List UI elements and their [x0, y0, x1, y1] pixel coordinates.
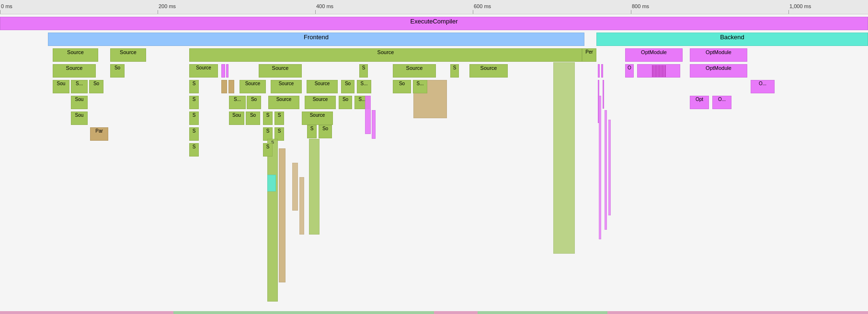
so-block-r4-1[interactable]: So [89, 80, 103, 93]
s-block-r5[interactable]: S [189, 96, 199, 109]
source-block-r4-2[interactable]: Source [271, 80, 302, 93]
opt-o-dot-block[interactable]: O... [751, 80, 775, 93]
ruler-label-400: 400 ms [315, 3, 333, 10]
s-block-r4-1[interactable]: S [189, 80, 199, 93]
o-block-r3[interactable]: O [625, 64, 634, 78]
sdot-block-r4-3[interactable]: S... [413, 80, 427, 93]
ruler-label-600: 600 ms [473, 3, 491, 10]
tan-strip-deep[interactable] [279, 148, 286, 282]
ruler-label-200: 200 ms [158, 3, 176, 10]
pink-right-deep-1[interactable] [599, 96, 601, 239]
s-block-r3-2[interactable]: S [450, 64, 459, 78]
s-block-r7-1[interactable]: S [189, 127, 199, 141]
timeline-container: 0 ms 200 ms 400 ms 600 ms 800 ms 1,000 m… [0, 0, 868, 314]
sdot-block-r5-1[interactable]: S... [229, 96, 246, 109]
ruler-tick-400: 400 ms [315, 3, 333, 14]
source-block-r4-1[interactable]: Source [240, 80, 266, 93]
pink-mid-2[interactable] [372, 110, 376, 139]
optmodule-block-2[interactable]: OptModule [690, 48, 747, 62]
ruler-tick-1000: 1,000 ms [788, 3, 811, 14]
so-block-r6[interactable]: So [246, 112, 260, 125]
sou-block-r5[interactable]: Sou [71, 96, 88, 109]
sdot-block-r4-1[interactable]: S... [71, 80, 88, 93]
tan-small-2[interactable] [299, 177, 304, 235]
ruler-label-0: 0 ms [0, 3, 12, 10]
pink-right-deep-3[interactable] [608, 120, 611, 215]
s-block-r8-2[interactable]: S [263, 143, 273, 157]
pink-thin-r3[interactable] [637, 64, 680, 78]
so-block-r6-2[interactable]: So [319, 125, 332, 138]
source-block-r3-2[interactable]: Source [189, 64, 218, 78]
ruler-label-800: 800 ms [631, 3, 649, 10]
so-block-r4-2[interactable]: So [341, 80, 354, 93]
pink-strip-r4-2[interactable] [603, 80, 604, 109]
deep-source-2[interactable] [309, 139, 320, 235]
so-block-r3-1[interactable]: So [110, 64, 125, 78]
o-dot-block-r5[interactable]: O... [712, 96, 731, 109]
ruler-tick-600: 600 ms [473, 3, 491, 14]
tan-block-r4-1[interactable] [221, 80, 227, 93]
source-block-r4-3[interactable]: Source [307, 80, 338, 93]
ruler-tick-800: 800 ms [631, 3, 649, 14]
sou-block-r4-1[interactable]: Sou [53, 80, 69, 93]
sou-block-r6-2[interactable]: Sou [229, 112, 244, 125]
sdot-block-r4-2[interactable]: S... [357, 80, 371, 93]
pink-block-r3-r2[interactable] [601, 64, 603, 78]
pink-block-r3-1[interactable] [221, 64, 225, 78]
par-block[interactable]: Par [90, 127, 108, 141]
source-block-1[interactable]: Source [53, 48, 98, 62]
source-block-3[interactable]: Source [189, 48, 582, 62]
backend-block[interactable]: Backend [596, 33, 868, 46]
execute-compiler-block[interactable]: ExecuteCompiler [0, 17, 868, 30]
source-block-r3-5[interactable]: Source [469, 64, 508, 78]
s-block-r3-1[interactable]: S [359, 64, 368, 78]
s-block-r6[interactable]: S [189, 112, 199, 125]
s-block-r6-3[interactable]: S [274, 112, 284, 125]
s-block-r6-4[interactable]: S [307, 125, 317, 138]
so-block-r5-2[interactable]: So [339, 96, 352, 109]
optmodule-block-1[interactable]: OptModule [625, 48, 683, 62]
source-block-r3-4[interactable]: Source [393, 64, 436, 78]
so-block-r5-1[interactable]: So [247, 96, 261, 109]
teal-deep-block[interactable] [267, 175, 276, 191]
source-block-r5-2[interactable]: Source [305, 96, 336, 109]
green-right-deep[interactable] [553, 62, 575, 254]
pink-mid-1[interactable] [365, 96, 371, 134]
deep-source-col[interactable]: S [267, 139, 278, 302]
sou-block-r6[interactable]: Sou [71, 112, 88, 125]
per-block[interactable]: Per [582, 48, 596, 62]
source-block-r3-3[interactable]: Source [259, 64, 302, 78]
optmodule-block-r3[interactable]: OptModule [690, 64, 747, 78]
source-block-2[interactable]: Source [110, 48, 146, 62]
pink-block-r3-2[interactable] [226, 64, 228, 78]
ruler-tick-200: 200 ms [158, 3, 176, 14]
tan-small-1[interactable] [292, 163, 298, 211]
ruler-tick-0: 0 ms [0, 3, 12, 14]
source-block-r5-1[interactable]: Source [268, 96, 299, 109]
tan-block-r4-2[interactable] [228, 80, 234, 93]
ruler-label-1000: 1,000 ms [788, 3, 811, 10]
s-block-r8[interactable]: S [189, 143, 199, 157]
source-block-r6-1[interactable]: Source [302, 112, 333, 125]
source-block-r4-4[interactable]: So [393, 80, 411, 93]
source-block-r3-1[interactable]: Source [53, 64, 96, 78]
bottom-bar [0, 311, 868, 314]
flame-area: ExecuteCompiler Frontend Backend Source … [0, 14, 868, 314]
frontend-block[interactable]: Frontend [48, 33, 584, 46]
pink-block-r3-r1[interactable] [598, 64, 600, 78]
s-block-r6-2[interactable]: S [263, 112, 273, 125]
opt-block-r5[interactable]: Opt [690, 96, 709, 109]
pink-right-deep-2[interactable] [605, 110, 607, 230]
timeline-ruler: 0 ms 200 ms 400 ms 600 ms 800 ms 1,000 m… [0, 0, 868, 14]
